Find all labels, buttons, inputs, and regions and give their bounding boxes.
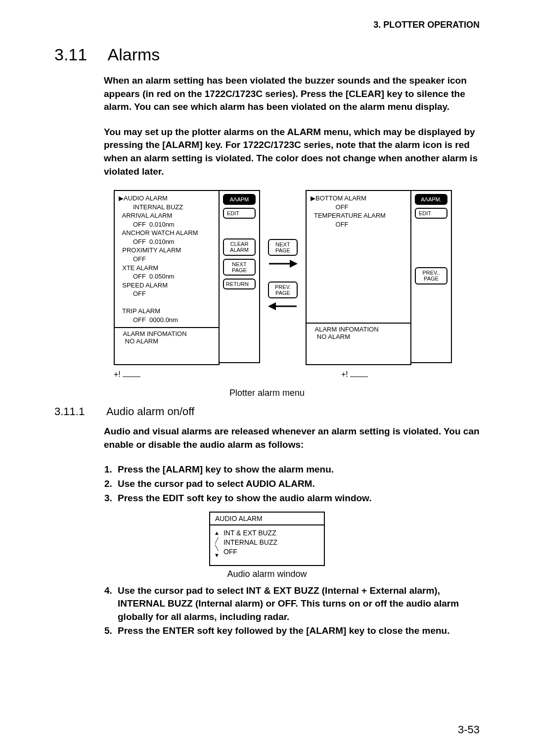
- page-nav-arrows: NEXT PAGE PREV. PAGE: [260, 190, 306, 363]
- softkey-clear-alarm: CLEAR ALARM: [223, 238, 256, 255]
- section-number: 3.11: [54, 45, 104, 64]
- step-5: Press the ENTER soft key followed by the…: [115, 624, 480, 638]
- blank-line-left: [123, 377, 140, 377]
- subsection-number: 3.11.1: [54, 405, 104, 418]
- softkey-next-page: NEXT PAGE: [223, 259, 256, 276]
- plus-annotations: +! +!: [114, 370, 480, 379]
- softkey-edit-2: EDIT: [415, 208, 447, 219]
- svg-marker-1: [290, 260, 298, 268]
- steps-list-b: Use the cursor pad to select INT & EXT B…: [104, 584, 480, 638]
- svg-marker-3: [268, 302, 276, 310]
- arrow-right-icon: [268, 258, 298, 272]
- cursor-arrows-icon: ▲╱╲▼: [214, 528, 220, 560]
- alarm-menu-page2-items: ▶BOTTOM ALARM OFF TEMPERATURE ALARM OFF: [307, 191, 410, 323]
- audio-alarm-options: INT & EXT BUZZ INTERNAL BUZZ OFF: [223, 528, 277, 560]
- intro-paragraph-2: You may set up the plotter alarms on the…: [104, 126, 480, 178]
- softkey-edit: EDIT: [223, 208, 256, 219]
- step-3: Press the EDIT soft key to show the audi…: [115, 492, 480, 505]
- figure-caption-2: Audio alarm window: [54, 569, 480, 579]
- section-heading: 3.11 Alarms: [54, 45, 480, 64]
- softkeys-page2: ΑΛΑΡΜ. EDIT PREV.. PAGE: [411, 190, 452, 363]
- alarm-menu-page2: ▶BOTTOM ALARM OFF TEMPERATURE ALARM OFF …: [306, 190, 411, 365]
- chapter-header: 3. PLOTTER OPERATION: [54, 20, 480, 30]
- arrow-left-icon: [268, 300, 298, 314]
- softkey-alarm: ΑΛΑΡΜ: [223, 194, 256, 205]
- plus-text-left: +!: [114, 370, 121, 379]
- alarm-menu-page2-info: ALARM INFOMATION NO ALARM: [307, 323, 410, 341]
- audio-alarm-window: AUDIO ALARM ▲╱╲▼ INT & EXT BUZZ INTERNAL…: [209, 512, 325, 566]
- subsection-intro: Audio and visual alarms are released whe…: [104, 425, 480, 451]
- step-2: Use the cursor pad to select AUDIO ALARM…: [115, 477, 480, 491]
- softkey-prev-page-2: PREV.. PAGE: [415, 267, 447, 284]
- plus-text-right: +!: [341, 370, 348, 379]
- page-number: 3-53: [458, 723, 480, 736]
- figure-caption-1: Plotter alarm menu: [54, 388, 480, 398]
- subsection-heading: 3.11.1 Audio alarm on/off: [54, 405, 480, 418]
- alarm-menu-diagram: ▶AUDIO ALARM INTERNAL BUZZ ARRIVAL ALARM…: [114, 190, 480, 365]
- nav-prev-page-label: PREV. PAGE: [268, 282, 298, 298]
- subsection-title: Audio alarm on/off: [106, 405, 194, 418]
- alarm-menu-page1: ▶AUDIO ALARM INTERNAL BUZZ ARRIVAL ALARM…: [114, 190, 220, 365]
- section-title-text: Alarms: [108, 45, 160, 64]
- softkeys-page1: ΑΛΑΡΜ EDIT CLEAR ALARM NEXT PAGE RETURN: [220, 190, 260, 363]
- steps-list-a: Press the [ALARM] key to show the alarm …: [104, 463, 480, 505]
- softkey-return: RETURN: [223, 279, 256, 289]
- blank-line-right: [350, 377, 368, 377]
- alarm-menu-page1-items: ▶AUDIO ALARM INTERNAL BUZZ ARRIVAL ALARM…: [115, 191, 219, 327]
- step-4: Use the cursor pad to select INT & EXT B…: [115, 584, 480, 624]
- nav-next-page-label: NEXT PAGE: [268, 239, 298, 256]
- alarm-menu-page1-info: ALARM INFOMATION NO ALARM: [115, 327, 219, 346]
- intro-paragraph-1: When an alarm setting has been violated …: [104, 74, 480, 114]
- softkey-alarm-2: ΑΛΑΡΜ.: [415, 194, 447, 205]
- step-1: Press the [ALARM] key to show the alarm …: [115, 463, 480, 476]
- audio-alarm-window-title: AUDIO ALARM: [210, 513, 324, 525]
